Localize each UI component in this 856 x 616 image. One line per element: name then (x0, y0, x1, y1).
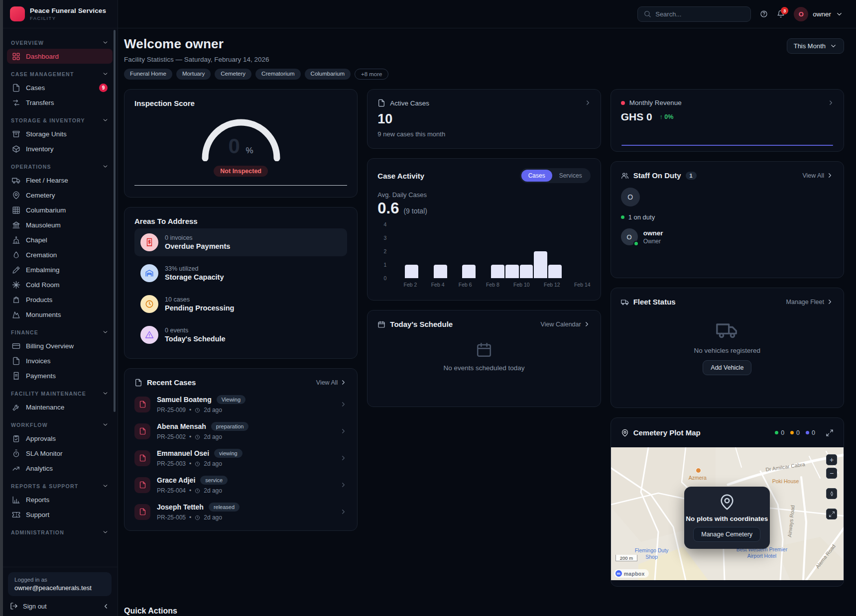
chevron-right-icon[interactable] (827, 99, 835, 106)
sidebar-item-support[interactable]: Support (7, 507, 113, 522)
notifications-bell-icon[interactable]: 3 (777, 10, 785, 18)
map-canvas[interactable]: Azmera Dr Amilcar Cabra Poki House Flemi… (611, 447, 844, 580)
sidebar-item-billing-overview[interactable]: Billing Overview (7, 338, 113, 353)
sidebar-item-storage-units[interactable]: Storage Units (7, 126, 113, 141)
case-row-samuel-boateng[interactable]: Samuel BoatengViewingPR-25-009•2d ago (134, 395, 347, 413)
monthly-revenue-card[interactable]: Monthly Revenue GHS 0 ↑ 0% (611, 89, 844, 152)
dashboard-icon (12, 52, 20, 61)
map-poi-label: Poki House (772, 478, 799, 484)
sidebar-section-header[interactable]: WORKFLOW (7, 414, 113, 431)
area-item-pending-processing[interactable]: 10 casesPending Processing (134, 290, 347, 318)
compass-button[interactable] (826, 488, 837, 499)
area-item-today-s-schedule[interactable]: 0 eventsToday's Schedule (134, 321, 347, 349)
inspection-score-card: Inspection Score 0 % Not Inspected (124, 89, 358, 198)
sidebar-section-header[interactable]: STORAGE & INVENTORY (7, 110, 113, 126)
sidebar-item-columbarium[interactable]: Columbarium (7, 203, 113, 217)
sidebar-item-dashboard[interactable]: Dashboard (7, 49, 113, 64)
sidebar-item-maintenance[interactable]: Maintenance (7, 400, 113, 414)
facility-chip-columbarium[interactable]: Columbarium (305, 69, 351, 80)
staff-view-all-link[interactable]: View All (802, 172, 834, 179)
sidebar-item-chapel[interactable]: Chapel (7, 232, 113, 247)
search-input[interactable] (655, 10, 745, 18)
sidebar-item-cremation[interactable]: Cremation (7, 247, 113, 262)
fullscreen-button[interactable] (826, 509, 837, 519)
period-selector-button[interactable]: This Month (787, 38, 844, 54)
brand-subtitle: FACILITY (30, 15, 106, 21)
area-label: Overdue Payments (165, 242, 230, 250)
sidebar-item-mausoleum[interactable]: Mausoleum (7, 217, 113, 232)
sidebar-item-sla-monitor[interactable]: SLA Monitor (7, 446, 113, 461)
sidebar-section-header[interactable]: ADMINISTRATION (7, 522, 113, 538)
member-role: Owner (643, 238, 663, 245)
case-row-joseph-tetteh[interactable]: Joseph TettehreleasedPR-25-005•2d ago (134, 503, 347, 521)
toggle-services[interactable]: Services (552, 170, 589, 182)
sidebar-item-monuments[interactable]: Monuments (7, 307, 113, 322)
zoom-in-button[interactable]: + (826, 454, 837, 465)
file-icon (377, 99, 385, 107)
expand-map-icon[interactable] (826, 429, 834, 437)
sidebar-section-header[interactable]: REPORTS & SUPPORT (7, 476, 113, 492)
active-cases-card[interactable]: Active Cases 10 9 new cases this month (367, 89, 601, 149)
x-axis-tick: Feb 10 (513, 282, 530, 288)
sidebar-item-payments[interactable]: Payments (7, 368, 113, 383)
sidebar-section-header[interactable]: FACILITY MAINTENANCE (7, 383, 113, 400)
manage-cemetery-button[interactable]: Manage Cemetery (693, 527, 760, 542)
area-label: Storage Capacity (165, 273, 224, 281)
sidebar-item-cases[interactable]: Cases9 (7, 80, 113, 95)
recent-cases-view-all-link[interactable]: View All (316, 379, 348, 386)
sidebar-item-products[interactable]: Products (7, 292, 113, 307)
truck-icon (12, 176, 20, 185)
sidebar-item-label: Cemetery (26, 192, 108, 199)
area-meta: 0 events (165, 327, 226, 334)
sidebar-item-invoices[interactable]: Invoices (7, 353, 113, 368)
sidebar-section-header[interactable]: OVERVIEW (7, 32, 113, 49)
view-calendar-link[interactable]: View Calendar (541, 320, 591, 328)
staff-title: Staff On Duty (633, 171, 681, 180)
area-item-storage-capacity[interactable]: 33% utilizedStorage Capacity (134, 259, 347, 287)
brand-header[interactable]: Peace Funeral Services FACILITY (3, 0, 118, 28)
case-id: PR-25-004 (157, 487, 186, 494)
help-icon[interactable] (760, 10, 768, 18)
sidebar-section-header[interactable]: CASE MANAGEMENT (7, 64, 113, 80)
sidebar-item-analytics[interactable]: Analytics (7, 461, 113, 476)
case-row-grace-adjei[interactable]: Grace AdjeiservicePR-25-004•2d ago (134, 476, 347, 494)
sidebar-scrollbar[interactable] (114, 30, 116, 412)
sidebar-item-transfers[interactable]: Transfers (7, 95, 113, 110)
sidebar-section-header[interactable]: FINANCE (7, 322, 113, 338)
sidebar-section-header[interactable]: OPERATIONS (7, 156, 113, 173)
facility-chip-mortuary[interactable]: Mortuary (176, 69, 211, 80)
sidebar-item-embalming[interactable]: Embalming (7, 262, 113, 277)
case-id: PR-25-002 (157, 433, 186, 440)
add-vehicle-button[interactable]: Add Vehicle (703, 360, 751, 375)
chevron-right-icon[interactable] (584, 99, 592, 106)
sidebar-item-cold-room[interactable]: Cold Room (7, 277, 113, 292)
facility-chip-more[interactable]: +8 more (355, 69, 389, 80)
facility-chip-cemetery[interactable]: Cemetery (215, 69, 251, 80)
toggle-cases[interactable]: Cases (521, 170, 552, 182)
x-axis-tick (446, 282, 458, 288)
case-row-abena-mensah[interactable]: Abena MensahpreparationPR-25-002•2d ago (134, 422, 347, 440)
sidebar-item-inventory[interactable]: Inventory (7, 141, 113, 156)
sidebar-item-approvals[interactable]: Approvals (7, 431, 113, 446)
sidebar-item-reports[interactable]: Reports (7, 492, 113, 507)
sidebar-item-fleet-hearse[interactable]: Fleet / Hearse (7, 173, 113, 188)
search-box[interactable] (637, 6, 751, 22)
sidebar-item-label: Invoices (26, 357, 108, 365)
manage-fleet-link[interactable]: Manage Fleet (786, 298, 834, 306)
case-activity-toggle: Cases Services (520, 168, 591, 183)
zoom-out-button[interactable]: − (826, 468, 837, 479)
quick-actions-title: Quick Actions (124, 607, 844, 616)
staff-member-row[interactable]: O owner Owner (621, 228, 834, 245)
avg-daily-cases-value: 0.6 (377, 200, 399, 217)
sidebar-item-cemetery[interactable]: Cemetery (7, 188, 113, 203)
case-row-emmanuel-osei[interactable]: Emmanuel OseiviewingPR-25-003•2d ago (134, 449, 347, 467)
collapse-sidebar-icon[interactable] (102, 603, 110, 610)
chevron-right-icon (340, 508, 347, 515)
sign-out-button[interactable]: Sign out (8, 602, 112, 610)
sign-out-label: Sign out (23, 603, 47, 610)
facility-chip-crematorium[interactable]: Crematorium (255, 69, 300, 80)
user-menu[interactable]: O owner (794, 7, 843, 21)
chevron-down-icon (102, 390, 109, 397)
area-item-overdue-payments[interactable]: 0 invoicesOverdue Payments (134, 228, 347, 256)
facility-chip-funeral-home[interactable]: Funeral Home (124, 69, 172, 80)
